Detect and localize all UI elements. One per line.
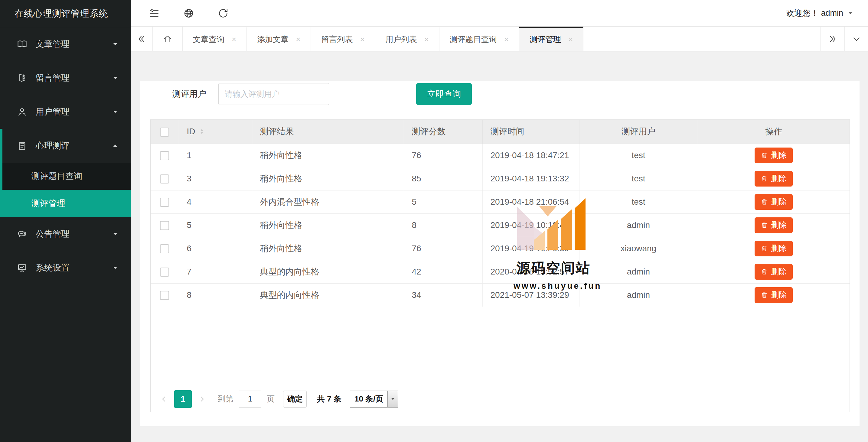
delete-button[interactable]: 删除 <box>754 194 793 210</box>
language-globe-icon[interactable] <box>183 8 194 19</box>
app-title: 在线心理测评管理系统 <box>0 0 131 27</box>
sidebar-item-文章管理[interactable]: 文章管理 <box>0 27 131 61</box>
total-count: 共 7 条 <box>317 393 341 404</box>
row-checkbox-cell <box>151 237 179 260</box>
sidebar-item-用户管理[interactable]: 用户管理 <box>0 95 131 129</box>
sidebar-item-label: 留言管理 <box>36 72 112 84</box>
row-checkbox[interactable] <box>160 198 169 207</box>
delete-button[interactable]: 删除 <box>754 241 793 256</box>
table-empty-space <box>151 307 849 386</box>
delete-button-label: 删除 <box>771 196 787 207</box>
row-actions-cell: 删除 <box>698 214 849 237</box>
row-checkbox[interactable] <box>160 175 169 184</box>
tab-close-icon[interactable]: × <box>424 35 429 44</box>
row-result: 稍外向性格 <box>252 214 404 237</box>
delete-button[interactable]: 删除 <box>754 264 793 280</box>
row-checkbox[interactable] <box>160 221 169 230</box>
sidebar-item-留言管理[interactable]: 留言管理 <box>0 61 131 95</box>
tabs-scroll-left-button[interactable] <box>131 27 153 51</box>
table-row: 3稍外向性格852019-04-18 19:13:32test删除 <box>151 167 849 190</box>
table-row: 8典型的内向性格342021-05-07 13:39:29admin删除 <box>151 283 849 307</box>
trash-icon <box>761 245 768 252</box>
tab-留言列表[interactable]: 留言列表× <box>311 27 375 51</box>
menu-group-文章管理: 文章管理 <box>0 27 131 61</box>
sidebar-subitem-测评管理[interactable]: 测评管理 <box>0 190 131 217</box>
welcome-text: 欢迎您！ <box>786 8 819 19</box>
select-dropdown-button[interactable] <box>388 391 398 407</box>
row-user: test <box>579 167 698 190</box>
next-page-button[interactable] <box>198 395 206 403</box>
row-time: 2019-04-18 19:13:32 <box>483 167 579 190</box>
user-menu[interactable]: 欢迎您！ admin <box>786 8 854 19</box>
delete-button[interactable]: 删除 <box>754 287 793 303</box>
trash-icon <box>761 198 768 206</box>
table-row: 5稍外向性格82019-04-19 10:18:41admin删除 <box>151 214 849 237</box>
trash-icon <box>761 268 768 276</box>
row-user: admin <box>579 214 698 237</box>
tab-close-icon[interactable]: × <box>296 35 300 44</box>
search-input[interactable] <box>218 83 329 105</box>
tab-用户列表[interactable]: 用户列表× <box>375 27 439 51</box>
table-row: 6稍外向性格762019-04-19 10:20:39xiaowang删除 <box>151 237 849 260</box>
board-icon <box>17 263 27 273</box>
query-button[interactable]: 立即查询 <box>416 83 472 105</box>
collapse-sidebar-icon[interactable] <box>149 8 160 19</box>
trash-icon <box>761 175 768 182</box>
row-checkbox[interactable] <box>160 151 169 160</box>
delete-button[interactable]: 删除 <box>754 171 793 187</box>
row-checkbox[interactable] <box>160 244 169 253</box>
page-size-value: 10 条/页 <box>350 393 388 404</box>
tab-文章查询[interactable]: 文章查询× <box>183 27 247 51</box>
row-id: 6 <box>179 237 252 260</box>
current-page-button[interactable]: 1 <box>174 390 192 408</box>
delete-button[interactable]: 删除 <box>754 148 793 163</box>
sidebar-item-系统设置[interactable]: 系统设置 <box>0 251 131 285</box>
row-checkbox[interactable] <box>160 291 169 300</box>
select-all-checkbox[interactable] <box>160 128 169 137</box>
home-tab-button[interactable] <box>153 27 183 51</box>
sort-icon[interactable] <box>198 128 205 135</box>
row-result: 外内混合型性格 <box>252 190 404 214</box>
delete-button-label: 删除 <box>771 220 787 230</box>
tab-测评题目查询[interactable]: 测评题目查询× <box>439 27 519 51</box>
delete-button-label: 删除 <box>771 173 787 184</box>
prev-page-button[interactable] <box>160 395 168 403</box>
column-header-id: ID <box>187 127 195 136</box>
delete-button-label: 删除 <box>771 243 787 254</box>
sidebar-item-公告管理[interactable]: 公告管理 <box>0 217 131 251</box>
row-checkbox-cell <box>151 144 179 167</box>
delete-button[interactable]: 删除 <box>754 217 793 233</box>
tab-close-icon[interactable]: × <box>360 35 365 44</box>
row-score: 76 <box>404 144 483 167</box>
row-actions-cell: 删除 <box>698 144 849 167</box>
sidebar-item-label: 心理测评 <box>36 140 112 152</box>
tabs-scroll-right-button[interactable] <box>820 27 844 51</box>
tab-close-icon[interactable]: × <box>504 35 509 44</box>
clipboard-icon <box>17 140 27 151</box>
row-time: 2020-04-05 19:52:57 <box>483 260 579 283</box>
pagination: 1 到第 页 确定 共 7 条 10 条/页 <box>151 386 849 412</box>
tab-测评管理[interactable]: 测评管理× <box>519 27 583 51</box>
delete-button-label: 删除 <box>771 150 787 161</box>
sidebar: 在线心理测评管理系统 文章管理留言管理用户管理心理测评测评题目查询测评管理公告管… <box>0 0 131 442</box>
goto-page-input[interactable] <box>239 390 261 408</box>
tabs-menu-button[interactable] <box>844 27 868 51</box>
row-actions-cell: 删除 <box>698 190 849 214</box>
row-actions-cell: 删除 <box>698 237 849 260</box>
refresh-icon[interactable] <box>218 8 229 19</box>
page-size-select[interactable]: 10 条/页 <box>350 390 398 408</box>
tab-close-icon[interactable]: × <box>568 35 573 44</box>
row-checkbox[interactable] <box>160 267 169 277</box>
tab-close-icon[interactable]: × <box>232 35 236 44</box>
menu-group-用户管理: 用户管理 <box>0 95 131 129</box>
row-actions-cell: 删除 <box>698 260 849 283</box>
confirm-page-button[interactable]: 确定 <box>283 390 307 408</box>
tab-添加文章[interactable]: 添加文章× <box>247 27 311 51</box>
sidebar-subitem-测评题目查询[interactable]: 测评题目查询 <box>0 163 131 190</box>
trash-icon <box>761 152 768 159</box>
table-row: 7典型的内向性格422020-04-05 19:52:57admin删除 <box>151 260 849 283</box>
row-time: 2019-04-19 10:18:41 <box>483 214 579 237</box>
table-row: 4外内混合型性格52019-04-18 21:06:54test删除 <box>151 190 849 214</box>
sidebar-item-心理测评[interactable]: 心理测评 <box>0 129 131 163</box>
row-user: admin <box>579 260 698 283</box>
